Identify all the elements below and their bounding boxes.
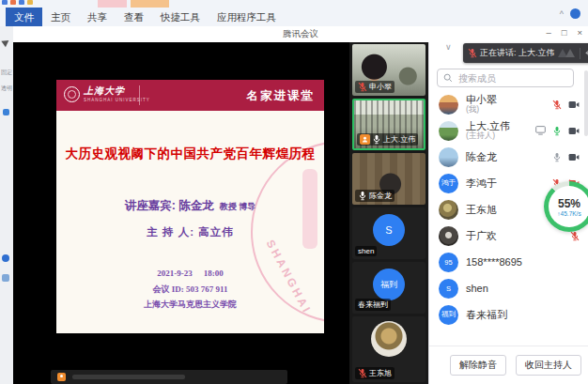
tile-name: shen <box>358 247 374 255</box>
reclaim-host-button[interactable]: 收回主持人 <box>516 355 581 376</box>
quick-access-toolbar[interactable] <box>2 0 33 5</box>
ribbon-tab[interactable]: 主页 <box>42 8 79 26</box>
qat-icon[interactable] <box>27 0 33 5</box>
mic-off-icon <box>570 231 580 241</box>
tile-name: 申小翠 <box>369 82 392 92</box>
network-monitor-badge[interactable]: 55% ↑45.7K/s <box>544 181 588 232</box>
share-status-bar <box>51 370 287 384</box>
scrollbar-thumb[interactable] <box>584 70 588 136</box>
participant-status-icons <box>535 126 580 136</box>
cursor-icon <box>1 38 10 48</box>
avatar: 鸿于 <box>439 174 458 193</box>
pin-label: 固定 <box>1 69 12 76</box>
lecture-series-name: 名家进课堂 <box>247 88 316 104</box>
lecture-datetime: 2021-9-2318:00 <box>56 269 324 278</box>
avatar <box>439 200 458 220</box>
participant-row[interactable]: 申小翠(我) <box>429 91 588 117</box>
participant-row[interactable]: S shen <box>429 275 588 301</box>
search-box[interactable] <box>437 69 574 87</box>
speaking-toast: 正在讲话: 上大.立伟 <box>463 43 588 63</box>
upload-speed: ↑45.7K/s <box>557 210 580 217</box>
participant-name: 王东旭 <box>466 204 497 215</box>
tool-icon[interactable] <box>2 254 9 262</box>
speaking-toast-text: 正在讲话: 上大.立伟 <box>480 47 555 59</box>
contextual-tab-highlight <box>98 0 127 8</box>
tile-name: 春来福到 <box>358 300 388 310</box>
desktop: 文件主页共享查看快捷工具应用程序工具 ^ 固定 透明 腾讯会议 – □ × 上海… <box>0 0 588 384</box>
university-logo-icon <box>64 86 80 102</box>
participant-status-icons <box>552 100 580 110</box>
avatar <box>439 147 458 167</box>
share-status-text <box>72 375 185 379</box>
tool-icon[interactable] <box>3 109 9 115</box>
avatar <box>371 321 407 357</box>
participant-status-icons <box>552 152 580 162</box>
guest-titles: 教授 博导 <box>220 202 256 211</box>
lecture-title: 大历史观视阈下的中国共产党百年辉煌历程 <box>56 146 324 162</box>
mic-off-icon <box>468 48 477 58</box>
mic-on-icon <box>552 126 562 136</box>
minimize-button[interactable]: – <box>546 27 550 38</box>
mic-off-icon <box>358 368 367 378</box>
tile-label: 上大.立伟 <box>357 133 418 146</box>
tile-label: shen <box>355 246 377 256</box>
close-button[interactable]: × <box>577 27 582 38</box>
background-window-strip: 固定 透明 <box>0 26 14 384</box>
mic-icon <box>372 134 381 145</box>
camera-icon <box>568 100 580 109</box>
video-tile[interactable]: 陈金龙 <box>352 153 426 205</box>
qat-icon[interactable] <box>10 0 16 5</box>
tile-label: 王东旭 <box>355 367 395 379</box>
participant-name: 春来福到 <box>466 309 507 320</box>
avatar <box>439 226 458 246</box>
avatar: 福到 <box>373 269 405 300</box>
contextual-tab-highlight <box>131 0 169 8</box>
tile-label: 春来福到 <box>355 299 391 311</box>
participant-name: 李鸿于 <box>466 177 497 189</box>
meeting-window: 腾讯会议 – □ × 上海大学 SHANGHAI UNIVERSITY 名家进课… <box>13 26 588 384</box>
video-tile[interactable]: 上大.立伟 <box>352 99 426 150</box>
participant-role: (主持人) <box>466 131 510 140</box>
panel-collapse-icon[interactable]: ∨ <box>445 42 452 52</box>
ribbon-tab[interactable]: 查看 <box>116 8 152 26</box>
participant-row[interactable]: 上大.立伟(主持人) <box>429 117 588 144</box>
video-tile[interactable]: 王东旭 <box>352 316 426 382</box>
ribbon-tab[interactable]: 应用程序工具 <box>209 8 285 26</box>
video-tiles-column: 申小翠上大.立伟陈金龙Sshen福到春来福到王东旭 <box>349 42 428 384</box>
avatar <box>439 121 458 141</box>
video-tile[interactable]: Sshen <box>352 207 426 259</box>
camera-icon <box>568 153 580 161</box>
screen-share-icon <box>535 126 546 135</box>
tile-name: 上大.立伟 <box>383 134 415 145</box>
organizer: 上海大学马克思主义学院 <box>56 299 324 311</box>
search-input[interactable] <box>456 72 567 84</box>
search-icon <box>443 73 453 83</box>
tile-name: 王东旭 <box>369 368 392 378</box>
university-name-en: SHANGHAI UNIVERSITY <box>84 98 150 102</box>
video-tile[interactable]: 福到春来福到 <box>352 262 426 314</box>
participant-status-icons <box>570 231 580 241</box>
reply-arrow-icon[interactable] <box>585 50 588 57</box>
ribbon-tab[interactable]: 文件 <box>6 8 42 26</box>
avatar: S <box>439 279 458 299</box>
participant-row[interactable]: 陈金龙 <box>429 144 588 170</box>
help-icon[interactable] <box>570 8 580 19</box>
ribbon-tab[interactable]: 快捷工具 <box>152 8 209 26</box>
participant-row[interactable]: 福到 春来福到 <box>429 301 588 328</box>
ribbon-tab[interactable]: 共享 <box>79 8 116 26</box>
qat-icon[interactable] <box>19 0 24 5</box>
participant-row[interactable]: 95 158****8695 <box>429 249 588 275</box>
mic-off-icon <box>552 100 562 110</box>
tool-icon[interactable] <box>2 274 9 282</box>
panel-footer: 解除静音收回主持人 <box>429 346 588 384</box>
window-title: 腾讯会议 <box>13 28 588 40</box>
slide-header-band: 上海大学 SHANGHAI UNIVERSITY 名家进课堂 <box>56 80 324 111</box>
background-app-ribbon: 文件主页共享查看快捷工具应用程序工具 ^ <box>0 0 588 27</box>
video-tile[interactable]: 申小翠 <box>352 44 426 96</box>
maximize-button[interactable]: □ <box>562 27 567 38</box>
qat-icon[interactable] <box>2 0 8 5</box>
collapse-ribbon-icon[interactable]: ^ <box>560 9 564 19</box>
host-badge-icon <box>360 134 370 145</box>
titlebar: 腾讯会议 – □ × <box>13 26 588 42</box>
unmute-button[interactable]: 解除静音 <box>450 355 506 376</box>
